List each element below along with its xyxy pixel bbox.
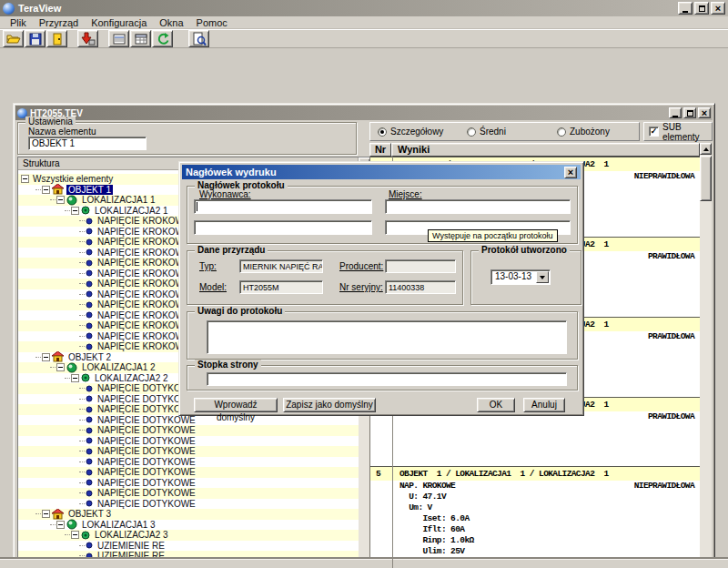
refresh-button[interactable]	[152, 30, 173, 47]
close-button[interactable]: ×	[711, 2, 725, 15]
open-folder-button[interactable]	[3, 30, 24, 47]
tree-expander-icon[interactable]	[71, 374, 79, 382]
tree-node-label[interactable]: LOKALIZACJA1 3	[80, 520, 157, 530]
tree-node-label[interactable]: NAPIĘCIE KROKOWE	[96, 331, 192, 341]
measurement-bullet-icon	[86, 228, 93, 235]
tree-node-label[interactable]: NAPIĘCIE DOTYKOWE	[96, 457, 197, 467]
tree-node-label[interactable]: NAPIĘCIE KROKOWE	[96, 310, 192, 320]
tree-node-label[interactable]: OBJEKT 2	[66, 352, 113, 362]
result-section-header[interactable]: 5OBJEKT 1 / LOKALIZACJA1 1 / LOKALIZACJA…	[370, 466, 700, 481]
report-button[interactable]	[108, 30, 129, 47]
load-default-button[interactable]: Wprowadź domyślny	[194, 398, 278, 412]
created-date-dropdown[interactable]: 13-03-13	[490, 269, 551, 285]
radio-mode-0[interactable]: Szczegółowy	[378, 127, 443, 137]
tree-connector	[79, 294, 85, 295]
tree-node-label[interactable]: NAPIĘCIE KROKOWE	[96, 237, 192, 247]
tree-expander-icon[interactable]	[71, 207, 79, 215]
radio-mode-2[interactable]: Zubożony	[557, 127, 610, 137]
doc-minimize-button[interactable]	[669, 107, 682, 118]
place-input-1[interactable]	[385, 199, 571, 214]
tree-row: UZIEMIENIE RE	[18, 541, 359, 552]
result-status: PRAWIDŁOWA	[648, 251, 694, 262]
tree-node-label[interactable]: NAPIĘCIE KROKOWE	[96, 279, 192, 289]
tree-connector	[79, 346, 85, 347]
tree-node-label[interactable]: OBJEKT 3	[66, 509, 113, 519]
menu-item-2[interactable]: Konfiguracja	[85, 17, 153, 28]
radio-mode-1[interactable]: Średni	[467, 127, 506, 137]
column-header-nr[interactable]: Nr	[369, 143, 391, 157]
download-button[interactable]	[77, 30, 98, 47]
element-name-input[interactable]: OBJEKT 1	[28, 137, 147, 150]
print-preview-button[interactable]	[188, 30, 209, 47]
tree-node-label[interactable]: NAPIĘCIE DOTYKOWE	[96, 488, 197, 498]
tree-connector	[79, 325, 85, 326]
tree-expander-icon[interactable]	[56, 363, 65, 371]
tree-node-label[interactable]: NAPIĘCIE DOTYKOWE	[96, 425, 197, 435]
menu-item-0[interactable]: Plik	[4, 17, 33, 28]
dialog-close-button[interactable]: ×	[564, 167, 577, 178]
tree-expander-icon[interactable]	[56, 196, 65, 204]
footer-input[interactable]	[207, 372, 567, 386]
tree-expander-icon[interactable]	[42, 353, 50, 361]
tree-node-label[interactable]: LOKALIZACJA2 2	[93, 373, 170, 383]
scroll-up-button[interactable]	[700, 143, 712, 155]
tree-node-label[interactable]: NAPIĘCIE DOTYKOWE	[96, 436, 197, 446]
tree-node-label[interactable]: NAPIĘCIE DOTYKOWE	[96, 446, 197, 456]
tree-node-label[interactable]: NAPIĘCIE DOTYKOWE	[96, 467, 197, 477]
tree-node-label[interactable]: NAPIĘCIE KROKOWE	[96, 289, 192, 299]
tree-node-label[interactable]: Wszystkie elementy	[31, 174, 115, 184]
ok-button[interactable]: OK	[477, 398, 515, 412]
tree-node-label[interactable]: NAPIĘCIE KROKOWE	[96, 248, 192, 258]
minimize-button[interactable]	[678, 2, 693, 15]
tree-node-label[interactable]: NAPIĘCIE DOTYKOWE	[96, 415, 197, 425]
save-default-button[interactable]: Zapisz jako domyślny	[283, 398, 376, 412]
tree-connector	[79, 451, 85, 451]
measurement-bullet-icon	[86, 259, 93, 267]
tree-node-label[interactable]: NAPIĘCIE KROKOWE	[96, 258, 192, 268]
tree-expander-icon[interactable]	[56, 521, 65, 529]
exit-door-button[interactable]	[46, 30, 67, 47]
column-header-results[interactable]: Wyniki	[391, 143, 700, 157]
tree-node-label[interactable]: LOKALIZACJA2 3	[93, 530, 170, 540]
doc-close-button[interactable]: ×	[698, 107, 711, 118]
tree-expander-icon[interactable]	[71, 531, 79, 539]
results-vertical-scrollbar[interactable]	[700, 143, 712, 568]
menu-item-1[interactable]: Przyrząd	[33, 17, 85, 28]
result-path: OBJEKT 1 / LOKALIZACJA1 1 / LOKALIZACJA2…	[399, 469, 609, 479]
measurement-bullet-icon	[86, 343, 93, 350]
tree-node-label[interactable]: NAPIĘCIE KROKOWE	[96, 341, 192, 351]
doc-restore-button[interactable]	[683, 107, 696, 118]
tree-node-label[interactable]: LOKALIZACJA1 1	[80, 195, 157, 205]
tree-node-label[interactable]: NAPIĘCIE KROKOWE	[96, 227, 192, 237]
restore-button[interactable]	[694, 2, 709, 15]
sub-elements-checkbox[interactable]: ✓	[649, 127, 659, 137]
tree-expander-icon[interactable]	[21, 175, 29, 183]
tree-expander-icon[interactable]	[42, 186, 50, 194]
object-house-icon	[52, 509, 64, 520]
tree-expander-icon[interactable]	[42, 510, 50, 518]
save-button[interactable]	[25, 30, 46, 47]
tree-node-label[interactable]: NAPIĘCIE KROKOWE	[96, 299, 192, 309]
tree-node-label[interactable]: NAPIĘCIE KROKOWE	[96, 320, 192, 330]
notes-textarea[interactable]	[207, 320, 567, 354]
tree-node-label[interactable]: LOKALIZACJA1 2	[80, 362, 157, 372]
cancel-button[interactable]: Anuluj	[523, 398, 565, 412]
executor-input-2[interactable]	[194, 220, 372, 235]
tree-node-label[interactable]: NAPIĘCIE KROKOWE	[96, 216, 192, 226]
executor-input-1[interactable]	[194, 199, 372, 214]
tree-node-label[interactable]: NAPIĘCIE KROKOWE	[96, 269, 192, 279]
tree-node-label[interactable]: OBJEKT 1	[66, 185, 113, 195]
menu-item-4[interactable]: Pomoc	[190, 17, 234, 28]
minus-glyph	[58, 199, 63, 200]
menu-item-3[interactable]: Okna	[153, 17, 189, 28]
tree-node-label[interactable]: NAPIĘCIE DOTYKOWE	[96, 499, 197, 509]
dropdown-button[interactable]	[536, 271, 549, 283]
table-button[interactable]	[130, 30, 151, 47]
measurement-bullet-icon	[86, 427, 93, 434]
scrollbar-thumb[interactable]	[700, 156, 712, 201]
save-icon	[28, 32, 43, 46]
tree-connector	[35, 357, 41, 358]
tree-node-label[interactable]: NAPIĘCIE DOTYKOWE	[96, 478, 197, 488]
tree-node-label[interactable]: LOKALIZACJA2 1	[93, 206, 170, 216]
tree-node-label[interactable]: UZIEMIENIE RE	[96, 541, 167, 551]
